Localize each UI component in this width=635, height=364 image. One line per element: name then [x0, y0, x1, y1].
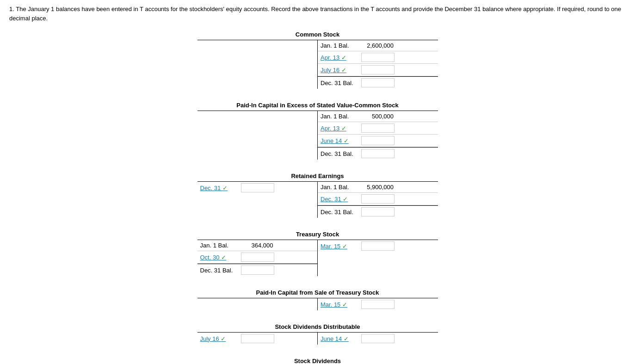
paid-in-capital-excess-title: Paid-In Capital in Excess of Stated Valu…	[9, 102, 626, 109]
pic-dec31-row: Dec. 31 Bal.	[318, 147, 438, 160]
ts-oct30-check: ✓	[221, 254, 226, 261]
ts-oct30-label[interactable]: Oct. 30 ✓	[197, 253, 239, 262]
cs-apr13-check: ✓	[341, 54, 346, 61]
sdd-july16-label[interactable]: July 16 ✓	[197, 334, 239, 343]
pic-treasury-title: Paid-In Capital from Sale of Treasury St…	[9, 289, 626, 296]
pic-apr13-row: Apr. 13 ✓	[318, 122, 438, 135]
pict-mar15-input[interactable]	[361, 300, 395, 309]
cs-dec31-row: Dec. 31 Bal.	[318, 76, 438, 89]
pic-june14-check: ✓	[344, 137, 349, 144]
cs-apr13-input[interactable]	[361, 53, 395, 62]
pic-jan1-label: Jan. 1 Bal.	[318, 112, 359, 121]
cs-jan1-row: Jan. 1 Bal. 2,600,000	[318, 40, 438, 51]
cs-dec31-label: Dec. 31 Bal.	[318, 79, 359, 87]
pic-apr13-input[interactable]	[361, 123, 395, 133]
pic-apr13-check: ✓	[341, 125, 346, 132]
ts-jan1-left-value: 364,000	[239, 241, 276, 250]
pic-june14-row: June 14 ✓	[318, 135, 438, 147]
pic-dec31-label: Dec. 31 Bal.	[318, 149, 359, 158]
sdd-june14-label[interactable]: June 14 ✓	[318, 334, 359, 343]
pic-june14-label[interactable]: June 14 ✓	[318, 136, 359, 145]
ts-mar15-row: Mar. 15 ✓	[318, 240, 438, 252]
re-jan1-label: Jan. 1 Bal.	[318, 183, 359, 191]
common-stock-title: Common Stock	[9, 31, 626, 38]
ts-oct30-input[interactable]	[241, 253, 274, 262]
re-dec31-bal-input[interactable]	[361, 207, 395, 216]
pic-dec31-input[interactable]	[361, 149, 395, 158]
re-dec31-bal-row: Dec. 31 Bal.	[318, 205, 438, 218]
re-dec31-right-input[interactable]	[361, 194, 395, 204]
sdd-july16-check: ✓	[221, 335, 226, 342]
ts-mar15-input[interactable]	[361, 241, 395, 251]
sdd-june14-check: ✓	[344, 335, 349, 342]
sd-title: Stock Dividends	[9, 358, 626, 364]
ts-mar15-label[interactable]: Mar. 15 ✓	[318, 242, 359, 251]
cs-jan1-value: 2,600,000	[359, 41, 396, 50]
re-dec31-right-row: Dec. 31 ✓	[318, 193, 438, 205]
re-jan1-row: Jan. 1 Bal. 5,900,000	[318, 182, 438, 193]
sd-section: Stock Dividends June 14 ✓ Dec. 31 ✓	[9, 358, 626, 364]
pic-treasury-section: Paid-In Capital from Sale of Treasury St…	[9, 289, 626, 310]
ts-dec31-bal-input[interactable]	[241, 265, 274, 275]
re-dec31-left-row: Dec. 31 ✓	[197, 182, 318, 194]
cs-apr13-row: Apr. 13 ✓	[318, 51, 438, 64]
sdd-june14-row: June 14 ✓	[318, 333, 438, 345]
cs-july16-input[interactable]	[361, 65, 395, 74]
pic-june14-input[interactable]	[361, 136, 395, 145]
cs-july16-row: July 16 ✓	[318, 64, 438, 76]
pic-jan1-value: 500,000	[359, 112, 396, 121]
retained-earnings-section: Retained Earnings Dec. 31 ✓ Jan. 1 Bal. …	[9, 173, 626, 218]
re-dec31-left-check: ✓	[222, 185, 228, 191]
ts-jan1-left-label: Jan. 1 Bal.	[197, 241, 239, 250]
re-dec31-left-input[interactable]	[241, 183, 274, 192]
re-dec31-bal-label: Dec. 31 Bal.	[318, 208, 359, 216]
paid-in-capital-excess-section: Paid-In Capital in Excess of Stated Valu…	[9, 102, 626, 160]
common-stock-section: Common Stock Jan. 1 Bal. 2,600,000 Apr. …	[9, 31, 626, 89]
cs-dec31-input[interactable]	[361, 78, 395, 87]
sdd-june14-input[interactable]	[361, 334, 395, 343]
cs-jan1-label: Jan. 1 Bal.	[318, 41, 359, 50]
retained-earnings-title: Retained Earnings	[9, 173, 626, 179]
re-dec31-right-check: ✓	[343, 196, 348, 203]
pict-mar15-check: ✓	[342, 301, 347, 308]
pic-apr13-label[interactable]: Apr. 13 ✓	[318, 124, 359, 133]
ts-oct30-row: Oct. 30 ✓	[197, 251, 318, 264]
pic-jan1-row: Jan. 1 Bal. 500,000	[318, 111, 438, 122]
re-dec31-left-label[interactable]: Dec. 31 ✓	[197, 184, 239, 192]
sdd-section: Stock Dividends Distributable July 16 ✓ …	[9, 323, 626, 345]
sdd-title: Stock Dividends Distributable	[9, 323, 626, 330]
cs-july16-check: ✓	[341, 67, 346, 74]
re-jan1-value: 5,900,000	[359, 183, 396, 191]
sdd-july16-row: July 16 ✓	[197, 333, 318, 345]
ts-dec31-bal-row: Dec. 31 Bal.	[197, 264, 318, 276]
cs-apr13-label[interactable]: Apr. 13 ✓	[318, 53, 359, 62]
pict-mar15-row: Mar. 15 ✓	[318, 298, 438, 310]
re-dec31-right-label[interactable]: Dec. 31 ✓	[318, 195, 359, 204]
ts-jan1-left-row: Jan. 1 Bal. 364,000	[197, 240, 318, 251]
cs-july16-label[interactable]: July 16 ✓	[318, 66, 359, 74]
pict-mar15-label[interactable]: Mar. 15 ✓	[318, 300, 359, 309]
ts-dec31-bal-label: Dec. 31 Bal.	[197, 266, 239, 275]
ts-mar15-check: ✓	[342, 243, 347, 250]
treasury-stock-title: Treasury Stock	[9, 231, 626, 238]
instruction-text: 1. The January 1 balances have been ente…	[9, 5, 626, 23]
sdd-july16-input[interactable]	[241, 334, 274, 343]
treasury-stock-section: Treasury Stock Jan. 1 Bal. 364,000 Oct. …	[9, 231, 626, 276]
